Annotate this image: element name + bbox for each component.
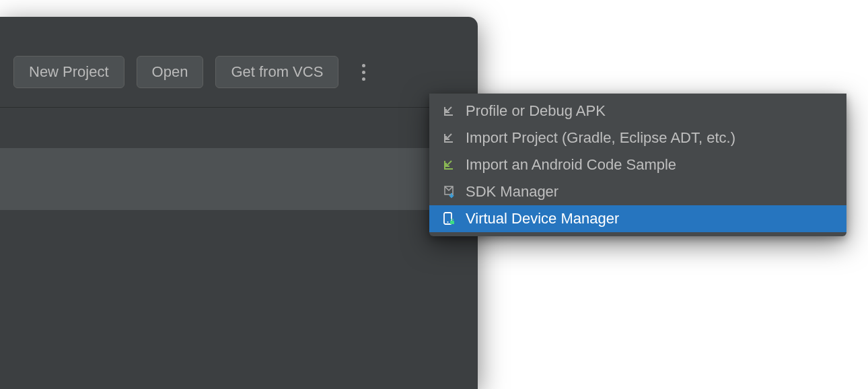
menu-item-label: Import an Android Code Sample <box>466 156 676 174</box>
get-from-vcs-button[interactable]: Get from VCS <box>215 56 338 88</box>
more-options-menu: Profile or Debug APK Import Project (Gra… <box>429 94 846 236</box>
menu-item-virtual-device-manager[interactable]: Virtual Device Manager <box>429 205 846 232</box>
menu-item-import-android-sample[interactable]: Import an Android Code Sample <box>429 151 846 178</box>
svg-point-1 <box>447 221 449 223</box>
sdk-manager-icon <box>441 184 456 199</box>
menu-item-label: Profile or Debug APK <box>466 102 606 120</box>
new-project-button[interactable]: New Project <box>13 56 124 88</box>
import-project-icon <box>441 131 456 145</box>
sub-panel <box>0 148 478 210</box>
welcome-window: New Project Open Get from VCS <box>0 17 478 389</box>
svg-rect-3 <box>453 219 454 220</box>
android-sample-icon <box>441 157 456 172</box>
import-apk-icon <box>441 104 456 118</box>
svg-rect-2 <box>451 219 451 220</box>
menu-item-sdk-manager[interactable]: SDK Manager <box>429 178 846 205</box>
menu-item-profile-debug-apk[interactable]: Profile or Debug APK <box>429 98 846 125</box>
more-options-icon[interactable] <box>356 64 371 81</box>
menu-item-label: Import Project (Gradle, Eclipse ADT, etc… <box>466 129 735 147</box>
welcome-toolbar: New Project Open Get from VCS <box>0 17 478 108</box>
menu-item-label: Virtual Device Manager <box>466 210 619 227</box>
virtual-device-icon <box>441 211 456 226</box>
menu-item-label: SDK Manager <box>466 183 558 201</box>
menu-item-import-project[interactable]: Import Project (Gradle, Eclipse ADT, etc… <box>429 125 846 151</box>
open-button[interactable]: Open <box>137 56 204 88</box>
